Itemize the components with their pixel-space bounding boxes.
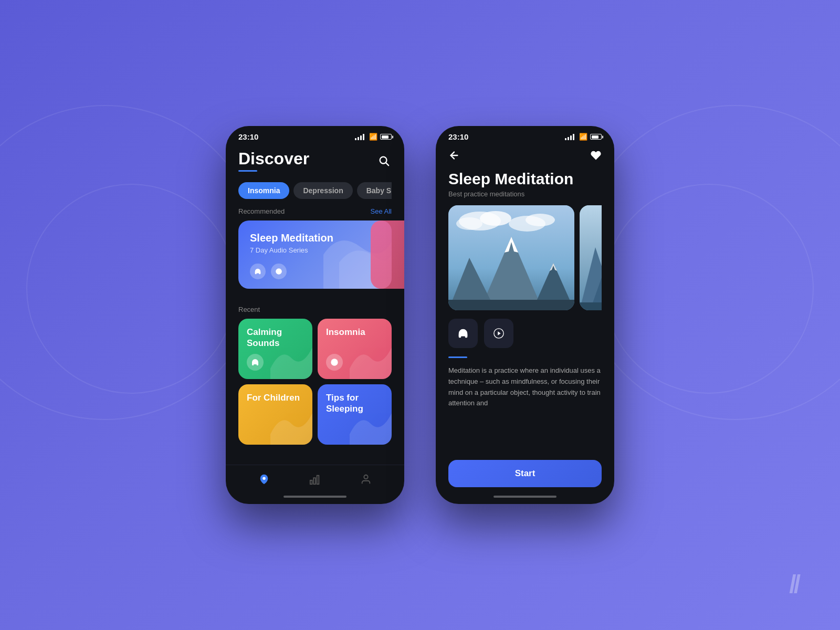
signal-icon-2 bbox=[565, 134, 574, 140]
featured-card-container: Sleep Meditation 7 Day Audio Series bbox=[238, 220, 392, 297]
status-bar-1: 23:10 📶 bbox=[226, 126, 404, 145]
detail-title: Sleep Meditation bbox=[448, 170, 602, 188]
featured-card-subtitle: 7 Day Audio Series bbox=[250, 246, 380, 254]
back-button[interactable] bbox=[448, 150, 460, 164]
recent-card-title: Tips for Sleeping bbox=[326, 393, 383, 414]
status-time-2: 23:10 bbox=[448, 132, 468, 141]
home-indicator-2 bbox=[494, 496, 556, 498]
recent-label: Recent bbox=[238, 306, 260, 313]
title-underline bbox=[238, 170, 257, 172]
filter-tab-insomnia[interactable]: Insomnia bbox=[238, 182, 289, 199]
filter-tabs: Insomnia Depression Baby Sleep bbox=[238, 182, 392, 199]
phone-1-content: Discover Insomnia Depression Baby Sleep bbox=[226, 145, 404, 465]
svg-line-1 bbox=[386, 163, 388, 165]
svg-rect-24 bbox=[448, 300, 574, 310]
media-buttons bbox=[448, 319, 602, 348]
recent-card-title: Calming Sounds bbox=[247, 327, 304, 349]
svg-rect-9 bbox=[317, 476, 319, 485]
recent-section-header: Recent bbox=[238, 306, 392, 313]
recent-card-tips-sleeping[interactable]: Tips for Sleeping bbox=[318, 384, 392, 445]
recent-card-film-icon bbox=[326, 354, 343, 371]
battery-icon-2 bbox=[590, 134, 602, 140]
wifi-icon: 📶 bbox=[369, 133, 377, 141]
recent-card-title: For Children bbox=[247, 393, 304, 403]
phone-2-content: Sleep Meditation Best practice meditatio… bbox=[436, 145, 614, 454]
phone-2: 23:10 📶 bbox=[436, 126, 614, 504]
svg-point-10 bbox=[364, 475, 368, 479]
recommended-label: Recommended bbox=[238, 207, 285, 215]
recent-card-insomnia[interactable]: Insomnia bbox=[318, 319, 392, 379]
search-button[interactable] bbox=[376, 153, 392, 170]
recent-card-title: Insomnia bbox=[326, 327, 383, 338]
filter-tab-depression[interactable]: Depression bbox=[293, 182, 352, 199]
filter-tab-babysleep[interactable]: Baby Sleep bbox=[357, 182, 392, 199]
phone-1: 23:10 📶 Discover bbox=[226, 126, 404, 504]
video-button[interactable] bbox=[484, 319, 513, 348]
phones-container: 23:10 📶 Discover bbox=[226, 126, 614, 504]
svg-marker-30 bbox=[498, 331, 501, 335]
svg-rect-7 bbox=[310, 480, 312, 484]
featured-card-icons bbox=[250, 264, 287, 279]
bg-decoration-3 bbox=[578, 105, 840, 420]
page-title: Discover bbox=[238, 150, 309, 168]
status-icons-2: 📶 bbox=[565, 133, 602, 141]
signal-icon bbox=[355, 134, 364, 140]
detail-subtitle: Best practice meditations bbox=[448, 190, 602, 198]
bg-decoration-1 bbox=[0, 105, 262, 420]
recent-card-calming-sounds[interactable]: Calming Sounds bbox=[238, 319, 312, 379]
recent-grid: Calming Sounds Insomnia bbox=[238, 319, 392, 445]
battery-icon bbox=[380, 134, 392, 140]
home-indicator-1 bbox=[284, 496, 346, 498]
featured-card-title: Sleep Meditation bbox=[250, 232, 380, 244]
featured-card-pink bbox=[371, 220, 404, 289]
featured-card[interactable]: Sleep Meditation 7 Day Audio Series bbox=[238, 220, 392, 289]
screen2-nav-header bbox=[448, 150, 602, 164]
status-time-1: 23:10 bbox=[238, 132, 258, 141]
svg-point-6 bbox=[262, 477, 266, 480]
section-divider bbox=[448, 356, 467, 358]
svg-point-14 bbox=[480, 211, 511, 226]
status-bar-2: 23:10 📶 bbox=[436, 126, 614, 145]
bottom-nav bbox=[226, 465, 404, 491]
wifi-icon-2: 📶 bbox=[579, 133, 587, 141]
recent-card-for-children[interactable]: For Children bbox=[238, 384, 312, 445]
svg-rect-28 bbox=[580, 302, 602, 310]
film-icon bbox=[271, 264, 287, 279]
svg-point-17 bbox=[526, 214, 555, 226]
recent-card-headphones-icon bbox=[247, 354, 264, 371]
nav-stats[interactable] bbox=[305, 471, 325, 487]
bg-decoration-4 bbox=[604, 184, 814, 394]
nav-discover[interactable] bbox=[254, 471, 274, 487]
media-carousel bbox=[448, 205, 602, 310]
see-all-button[interactable]: See All bbox=[371, 207, 392, 215]
favorite-button[interactable] bbox=[590, 150, 602, 164]
bg-decoration-2 bbox=[26, 184, 236, 394]
status-icons-1: 📶 bbox=[355, 133, 392, 141]
svg-rect-8 bbox=[313, 478, 316, 484]
audio-button[interactable] bbox=[448, 319, 478, 348]
recommended-section-header: Recommended See All bbox=[238, 207, 392, 215]
headphones-icon bbox=[250, 264, 266, 279]
description-text: Meditation is a practice where an indivi… bbox=[448, 365, 602, 409]
start-button[interactable]: Start bbox=[448, 460, 602, 487]
svg-point-15 bbox=[456, 217, 482, 230]
discover-header: Discover bbox=[238, 150, 392, 180]
media-card-2[interactable] bbox=[580, 205, 602, 310]
slash-decoration: // bbox=[789, 570, 798, 598]
nav-profile[interactable] bbox=[356, 471, 376, 487]
media-card-1[interactable] bbox=[448, 205, 574, 310]
